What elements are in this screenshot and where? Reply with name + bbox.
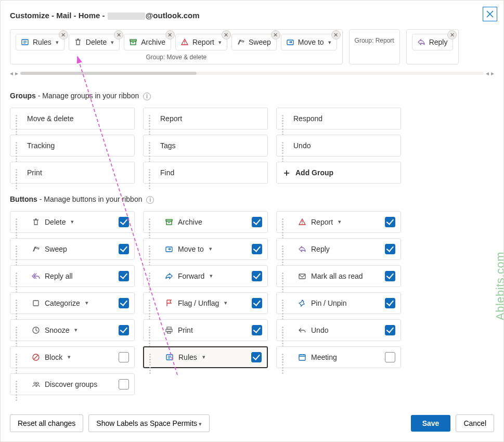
toggle-checkbox[interactable] — [252, 244, 262, 254]
button-tile-block[interactable]: Block ▾ — [10, 346, 135, 368]
toggle-checkbox[interactable] — [385, 352, 395, 362]
toggle-checkbox[interactable] — [119, 352, 129, 362]
button-tile-snooze[interactable]: Snooze ▾ — [10, 319, 135, 341]
drag-handle-icon[interactable] — [149, 169, 155, 176]
button-tile-rules[interactable]: Rules ▾ — [143, 346, 268, 368]
toggle-checkbox[interactable] — [119, 271, 129, 281]
toggle-checkbox[interactable] — [385, 244, 395, 254]
drag-handle-icon[interactable] — [16, 272, 22, 279]
remove-button-icon[interactable]: ✕ — [59, 30, 68, 40]
drag-handle-icon[interactable] — [149, 142, 155, 149]
drag-handle-icon[interactable] — [149, 300, 155, 306]
drag-handle-icon[interactable] — [149, 327, 155, 333]
group-tile[interactable]: Undo — [276, 135, 401, 157]
button-tile-forward[interactable]: Forward ▾ — [143, 265, 268, 287]
button-tile-meeting[interactable]: Meeting — [276, 346, 401, 368]
toggle-checkbox[interactable] — [385, 325, 395, 335]
toggle-checkbox[interactable] — [119, 298, 129, 308]
drag-handle-icon[interactable] — [282, 327, 288, 333]
toggle-checkbox[interactable] — [385, 271, 395, 281]
ribbon-group[interactable]: ✕ Rules ▾ ✕ Delete ▾ ✕ Archive ✕ Report … — [10, 29, 343, 64]
drag-handle-icon[interactable] — [282, 218, 288, 225]
info-icon[interactable]: i — [146, 196, 154, 204]
remove-button-icon[interactable]: ✕ — [271, 30, 280, 40]
drag-handle-icon[interactable] — [149, 354, 156, 360]
drag-handle-icon[interactable] — [16, 327, 22, 333]
info-icon[interactable]: i — [143, 93, 151, 100]
toggle-checkbox[interactable] — [251, 352, 262, 362]
ribbon-button-delete[interactable]: ✕ Delete ▾ — [69, 34, 120, 50]
toggle-checkbox[interactable] — [252, 298, 262, 308]
ribbon-scrollbar[interactable]: ◂ ▸ ◂ ▸ — [10, 70, 494, 77]
button-tile-flag[interactable]: Flag / Unflag ▾ — [143, 292, 268, 314]
group-tile[interactable]: Tracking — [10, 135, 135, 157]
ribbon-button-report[interactable]: ✕ Report ▾ — [175, 34, 227, 50]
button-tile-report[interactable]: Report ▾ — [276, 211, 401, 233]
group-tile[interactable]: Tags — [143, 135, 268, 157]
drag-handle-icon[interactable] — [16, 115, 22, 122]
group-tile[interactable]: Move & delete — [10, 108, 135, 129]
ribbon-button-sweep[interactable]: ✕ Sweep — [231, 34, 277, 50]
ribbon-button-reply[interactable]: ✕ Reply — [412, 34, 454, 50]
drag-handle-icon[interactable] — [282, 272, 288, 279]
reset-button[interactable]: Reset all changes — [10, 414, 83, 432]
scroll-left-icon-right[interactable]: ◂ — [486, 70, 489, 77]
group-tile[interactable]: Print — [10, 162, 135, 184]
drag-handle-icon[interactable] — [16, 169, 22, 176]
toggle-checkbox[interactable] — [385, 298, 395, 308]
remove-button-icon[interactable]: ✕ — [331, 30, 341, 40]
ribbon-button-archive[interactable]: ✕ Archive — [124, 34, 171, 50]
button-tile-moveto[interactable]: Move to ▾ — [143, 238, 268, 260]
button-tile-reply[interactable]: Reply — [276, 238, 401, 260]
cancel-button[interactable]: Cancel — [456, 414, 494, 432]
button-tile-replyall[interactable]: Reply all — [10, 265, 135, 287]
ribbon-group[interactable]: Group: Report — [349, 29, 400, 64]
add-group-button[interactable]: ＋Add Group — [276, 162, 401, 184]
button-tile-markread[interactable]: Mark all as read — [276, 265, 401, 287]
toggle-checkbox[interactable] — [119, 379, 129, 389]
scroll-right-icon-right[interactable]: ▸ — [491, 70, 494, 77]
drag-handle-icon[interactable] — [149, 272, 155, 279]
button-tile-discover[interactable]: Discover groups — [10, 373, 135, 395]
toggle-checkbox[interactable] — [119, 325, 129, 335]
show-labels-dropdown[interactable]: Show Labels as Space Permits — [88, 414, 210, 432]
drag-handle-icon[interactable] — [282, 300, 288, 306]
drag-handle-icon[interactable] — [16, 300, 22, 306]
toggle-checkbox[interactable] — [252, 217, 262, 227]
drag-handle-icon[interactable] — [282, 115, 288, 122]
remove-button-icon[interactable]: ✕ — [447, 30, 457, 40]
button-tile-categorize[interactable]: Categorize ▾ — [10, 292, 135, 314]
ribbon-button-moveto[interactable]: ✕ Move to ▾ — [281, 34, 337, 50]
scroll-right-icon[interactable]: ▸ — [15, 70, 18, 77]
remove-button-icon[interactable]: ✕ — [114, 30, 123, 40]
drag-handle-icon[interactable] — [149, 218, 155, 225]
drag-handle-icon[interactable] — [282, 245, 288, 252]
drag-handle-icon[interactable] — [149, 245, 155, 252]
drag-handle-icon[interactable] — [282, 142, 288, 149]
toggle-checkbox[interactable] — [252, 325, 262, 335]
button-tile-pin[interactable]: Pin / Unpin — [276, 292, 401, 314]
toggle-checkbox[interactable] — [119, 244, 129, 254]
scroll-left-icon[interactable]: ◂ — [10, 70, 13, 77]
drag-handle-icon[interactable] — [16, 354, 22, 360]
drag-handle-icon[interactable] — [16, 381, 22, 387]
button-tile-delete[interactable]: Delete ▾ — [10, 211, 135, 233]
drag-handle-icon[interactable] — [282, 354, 288, 360]
button-tile-print[interactable]: Print — [143, 319, 268, 341]
close-button[interactable] — [483, 7, 497, 21]
remove-button-icon[interactable]: ✕ — [165, 30, 175, 40]
button-tile-archive[interactable]: Archive — [143, 211, 268, 233]
toggle-checkbox[interactable] — [119, 217, 129, 227]
drag-handle-icon[interactable] — [16, 245, 22, 252]
group-tile[interactable]: Report — [143, 108, 268, 129]
ribbon-button-rules[interactable]: ✕ Rules ▾ — [16, 34, 64, 50]
remove-button-icon[interactable]: ✕ — [222, 30, 231, 40]
toggle-checkbox[interactable] — [252, 271, 262, 281]
group-tile[interactable]: Respond — [276, 108, 401, 129]
button-tile-undo[interactable]: Undo — [276, 319, 401, 341]
button-tile-sweep[interactable]: Sweep — [10, 238, 135, 260]
group-tile[interactable]: Find — [143, 162, 268, 184]
drag-handle-icon[interactable] — [16, 218, 22, 225]
drag-handle-icon[interactable] — [16, 142, 22, 149]
drag-handle-icon[interactable] — [149, 115, 155, 122]
